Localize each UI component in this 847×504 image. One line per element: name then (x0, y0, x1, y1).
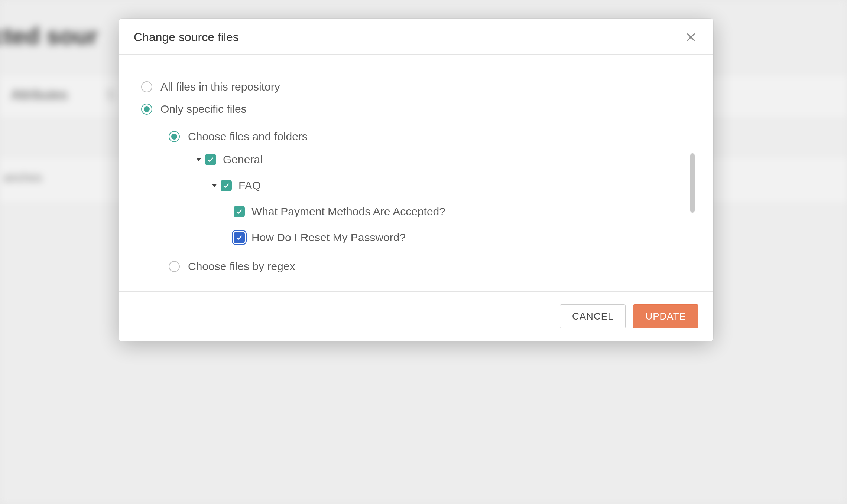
tree-node-label: How Do I Reset My Password? (251, 231, 406, 244)
update-button[interactable]: UPDATE (633, 304, 698, 328)
radio-label: All files in this repository (160, 81, 280, 93)
modal-footer: CANCEL UPDATE (119, 291, 713, 341)
radio-icon (141, 104, 152, 115)
close-button[interactable] (684, 30, 698, 45)
close-icon (686, 32, 696, 42)
radio-label: Only specific files (160, 103, 247, 115)
tree-node-label: What Payment Methods Are Accepted? (251, 205, 445, 218)
checkbox[interactable] (234, 206, 245, 217)
tree-node-reset-password[interactable]: How Do I Reset My Password? (196, 231, 676, 244)
scope-option-specific-files[interactable]: Only specific files (141, 103, 691, 115)
tree-node-payment-methods[interactable]: What Payment Methods Are Accepted? (196, 205, 676, 218)
check-icon (236, 234, 243, 241)
specific-files-subgroup: Choose files and folders General (169, 130, 691, 273)
checkbox[interactable] (221, 180, 232, 191)
radio-icon (141, 81, 152, 92)
radio-icon (169, 131, 180, 142)
checkbox[interactable] (205, 154, 216, 165)
check-icon (223, 182, 230, 189)
modal-title: Change source files (134, 30, 239, 44)
modal-body: All files in this repository Only specif… (119, 55, 713, 291)
tree-node-general[interactable]: General (196, 153, 676, 166)
method-option-choose-tree[interactable]: Choose files and folders (169, 130, 691, 143)
scope-option-all-files[interactable]: All files in this repository (141, 81, 691, 93)
cancel-button[interactable]: CANCEL (560, 304, 626, 328)
caret-icon[interactable] (212, 184, 217, 187)
tree-node-label: FAQ (238, 179, 261, 192)
modal-header: Change source files (119, 19, 713, 55)
scrollbar-thumb[interactable] (690, 153, 695, 213)
check-icon (236, 208, 243, 215)
radio-label: Choose files by regex (188, 260, 295, 273)
method-option-choose-regex[interactable]: Choose files by regex (169, 260, 691, 273)
tree-scrollbar[interactable] (690, 153, 695, 279)
tree-node-faq[interactable]: FAQ (196, 179, 676, 192)
check-icon (207, 156, 214, 163)
file-tree: General FAQ What Payment Met (196, 153, 691, 244)
radio-icon (169, 261, 180, 272)
change-source-files-modal: Change source files All files in this re… (119, 19, 713, 341)
checkbox[interactable] (234, 232, 245, 243)
radio-label: Choose files and folders (188, 130, 308, 143)
tree-node-label: General (223, 153, 263, 166)
caret-icon[interactable] (196, 158, 201, 161)
